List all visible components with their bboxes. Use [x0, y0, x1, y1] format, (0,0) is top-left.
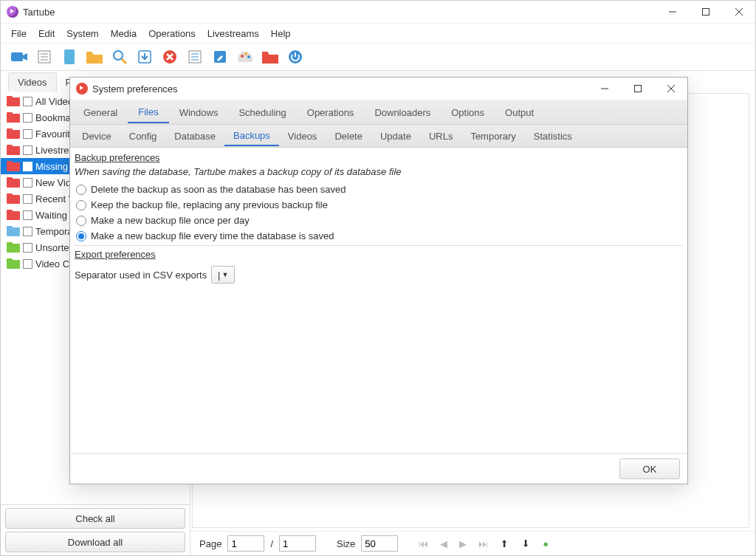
separator-combo[interactable]: | ▼ — [211, 266, 235, 284]
page-label: Page — [199, 538, 221, 549]
size-input[interactable] — [361, 535, 398, 552]
folder-icon — [7, 177, 20, 188]
svg-point-24 — [244, 52, 247, 55]
dialog-tab2-database[interactable]: Database — [165, 127, 224, 145]
svg-rect-29 — [634, 86, 641, 92]
menu-edit[interactable]: Edit — [32, 26, 61, 41]
dialog-tab2-delete[interactable]: Delete — [326, 127, 371, 145]
menu-file[interactable]: File — [5, 26, 32, 41]
dialog-maximize-button[interactable] — [621, 78, 654, 100]
menu-system[interactable]: System — [61, 26, 104, 41]
maximize-button[interactable] — [689, 1, 722, 23]
dialog-tab2-temporary[interactable]: Temporary — [461, 127, 524, 145]
download-all-button[interactable]: Download all — [5, 532, 185, 552]
toolbar-download-icon[interactable] — [135, 47, 154, 66]
checkbox[interactable] — [23, 129, 32, 139]
last-page-icon[interactable]: ⏭ — [478, 538, 488, 549]
backup-option[interactable]: Make a new backup file once per day — [75, 213, 683, 228]
check-all-button[interactable]: Check all — [5, 508, 185, 529]
dialog-tab2-update[interactable]: Update — [371, 127, 420, 145]
folder-icon — [7, 226, 20, 236]
toolbar-document-icon[interactable] — [60, 47, 79, 66]
size-label: Size — [337, 538, 355, 549]
preferences-dialog: System preferences GeneralFilesWindowsSc… — [69, 77, 688, 484]
dialog-tab2-device[interactable]: Device — [73, 127, 120, 145]
checkbox[interactable] — [23, 113, 32, 123]
radio-icon[interactable] — [76, 231, 86, 241]
dialog-tab1-options[interactable]: Options — [441, 103, 495, 123]
pages-total-input[interactable] — [279, 535, 316, 552]
svg-rect-11 — [86, 52, 92, 54]
app-title: Tartube — [23, 7, 55, 18]
backup-option[interactable]: Delete the backup as soon as the databas… — [75, 182, 683, 197]
close-button[interactable] — [722, 1, 755, 23]
radio-icon[interactable] — [76, 185, 86, 195]
folder-icon — [7, 258, 20, 269]
radio-icon[interactable] — [76, 200, 86, 210]
toolbar-edit-icon[interactable] — [210, 47, 230, 66]
toolbar-stop-icon[interactable] — [160, 47, 179, 66]
first-page-icon[interactable]: ⏮ — [419, 538, 428, 549]
toolbar-folder2-icon[interactable] — [261, 47, 280, 66]
checkbox[interactable] — [23, 227, 32, 236]
dialog-tab1-downloaders[interactable]: Downloaders — [364, 103, 441, 123]
menu-livestreams[interactable]: Livestreams — [202, 26, 265, 41]
checkbox[interactable] — [23, 259, 32, 269]
backup-desc: When saving the database, Tartube makes … — [75, 165, 683, 182]
folder-icon — [7, 112, 20, 123]
chevron-down-icon: ▼ — [221, 271, 228, 278]
prev-page-icon[interactable]: ◀ — [440, 538, 447, 549]
scroll-down-icon[interactable]: 🠫 — [521, 538, 531, 549]
svg-point-23 — [241, 55, 244, 58]
menu-operations[interactable]: Operations — [142, 26, 202, 41]
minimize-button[interactable] — [656, 1, 689, 23]
toolbar-checklist-icon[interactable] — [185, 47, 205, 66]
checkbox[interactable] — [23, 162, 32, 171]
dialog-tab1-operations[interactable]: Operations — [297, 103, 365, 123]
dialog-tab1-files[interactable]: Files — [128, 102, 168, 123]
menu-media[interactable]: Media — [105, 26, 142, 41]
dialog-tab1-output[interactable]: Output — [495, 103, 544, 123]
dialog-tab2-backups[interactable]: Backups — [224, 126, 279, 146]
dialog-tab2-videos[interactable]: Videos — [279, 127, 326, 145]
dialog-tab1-scheduling[interactable]: Scheduling — [228, 103, 296, 123]
backup-option[interactable]: Keep the backup file, replacing any prev… — [75, 197, 683, 213]
toolbar-list-icon[interactable] — [35, 47, 54, 66]
dialog-tab1-general[interactable]: General — [73, 103, 128, 123]
dialog-primary-tabs: GeneralFilesWindowsSchedulingOperationsD… — [70, 100, 687, 125]
checkbox[interactable] — [23, 178, 32, 188]
dialog-tab1-windows[interactable]: Windows — [169, 103, 229, 123]
menu-help[interactable]: Help — [265, 26, 297, 41]
toolbar-camera-icon[interactable] — [10, 47, 29, 66]
dialog-close-button[interactable] — [654, 78, 687, 100]
pager: Page / Size ⏮ ◀ ▶ ⏭ 🠩 🠫 ● — [190, 531, 755, 555]
backup-option[interactable]: Make a new backup file every time the da… — [75, 228, 683, 244]
toolbar-palette-icon[interactable] — [236, 47, 255, 66]
folder-icon — [7, 193, 20, 204]
checkbox[interactable] — [23, 243, 32, 253]
add-icon[interactable]: ● — [543, 538, 549, 549]
folder-icon — [7, 242, 20, 253]
page-input[interactable] — [227, 535, 264, 552]
toolbar-search-icon[interactable] — [110, 47, 129, 66]
dialog-tab2-config[interactable]: Config — [120, 127, 166, 145]
checkbox[interactable] — [23, 194, 32, 204]
dialog-secondary-tabs: DeviceConfigDatabaseBackupsVideosDeleteU… — [70, 125, 687, 148]
checkbox[interactable] — [23, 97, 32, 106]
scroll-up-icon[interactable]: 🠩 — [500, 538, 509, 549]
dialog-minimize-button[interactable] — [588, 78, 621, 100]
tab-videos[interactable]: Videos — [8, 72, 57, 92]
ok-button[interactable]: OK — [619, 459, 680, 479]
folder-icon — [7, 145, 20, 155]
toolbar-folder-icon[interactable] — [85, 47, 104, 66]
radio-icon[interactable] — [76, 216, 86, 226]
backup-heading: Backup preferences — [75, 151, 683, 165]
backup-option-label: Make a new backup file once per day — [91, 215, 250, 226]
checkbox[interactable] — [23, 210, 32, 220]
toolbar-power-icon[interactable] — [286, 47, 305, 66]
svg-rect-1 — [702, 9, 709, 16]
checkbox[interactable] — [23, 145, 32, 155]
next-page-icon[interactable]: ▶ — [459, 538, 467, 549]
dialog-tab2-statistics[interactable]: Statistics — [525, 127, 581, 145]
dialog-tab2-urls[interactable]: URLs — [420, 127, 462, 145]
